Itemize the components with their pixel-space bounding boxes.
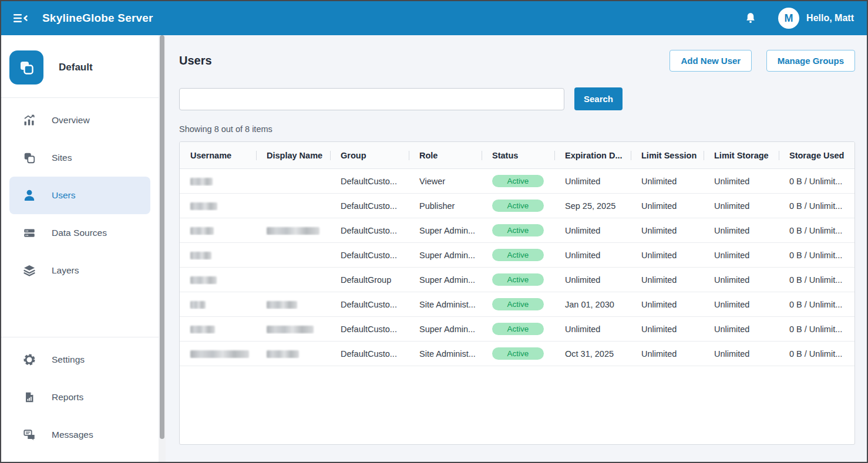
- sidebar-divider: [1, 337, 159, 337]
- users-table: Username Display Name Group Role Status …: [179, 141, 855, 445]
- column-header-group[interactable]: Group: [330, 151, 409, 160]
- sidebar-item-users[interactable]: Users: [9, 177, 150, 214]
- report-icon: [22, 390, 36, 404]
- sidebar-item-label: Layers: [52, 265, 79, 276]
- status-badge: Active: [492, 273, 544, 286]
- cell-limit-session: Unlimited: [631, 251, 704, 260]
- redacted-text: [190, 276, 217, 284]
- status-badge: Active: [492, 224, 544, 236]
- column-header-limit-storage[interactable]: Limit Storage: [704, 151, 779, 160]
- sidebar-item-sites[interactable]: Sites: [9, 139, 150, 177]
- gear-icon: [22, 353, 36, 367]
- sidebar-item-data-sources[interactable]: Data Sources: [9, 214, 150, 252]
- column-header-limit-session[interactable]: Limit Session: [631, 151, 704, 160]
- cell-limit-session: Unlimited: [631, 275, 704, 285]
- cell-group: DefaultCusto...: [330, 251, 409, 260]
- cell-username: [180, 201, 256, 211]
- status-badge: Active: [492, 200, 544, 212]
- bar-chart-icon: [22, 113, 36, 127]
- table-row[interactable]: DefaultCusto...Super Admin...ActiveUnlim…: [180, 218, 854, 243]
- redacted-text: [190, 350, 249, 358]
- status-badge: Active: [492, 249, 544, 261]
- cell-status: Active: [482, 249, 554, 261]
- cell-role: Super Admin...: [409, 226, 482, 235]
- scrollbar-thumb[interactable]: [160, 35, 164, 439]
- app-title: SkylineGlobe Server: [42, 12, 153, 25]
- sidebar: Default Overview: [1, 35, 159, 462]
- redacted-text: [267, 326, 314, 333]
- cell-expiration: Unlimited: [554, 226, 631, 235]
- table-row[interactable]: DefaultCusto...PublisherActiveSep 25, 20…: [180, 194, 854, 218]
- table-row[interactable]: DefaultCusto...Super Admin...ActiveUnlim…: [180, 243, 854, 268]
- cell-expiration: Jan 01, 2030: [554, 300, 631, 309]
- cell-role: Publisher: [409, 201, 482, 211]
- top-bar: SkylineGlobe Server M Hello, Matt: [1, 1, 867, 35]
- table-body: DefaultCusto...ViewerActiveUnlimitedUnli…: [180, 169, 854, 366]
- status-badge: Active: [492, 298, 544, 310]
- cell-storage-used: 0 B / Unlimit...: [779, 275, 854, 285]
- cell-status: Active: [482, 200, 554, 212]
- main-content: Users Add New User Manage Groups Search …: [166, 35, 867, 462]
- sidebar-item-label: Users: [52, 190, 75, 201]
- cell-status: Active: [482, 298, 554, 310]
- search-button[interactable]: Search: [574, 87, 623, 110]
- cell-storage-used: 0 B / Unlimit...: [779, 251, 854, 260]
- sidebar-item-overview[interactable]: Overview: [9, 102, 150, 139]
- cell-expiration: Unlimited: [554, 177, 631, 186]
- column-header-storage-used[interactable]: Storage Used: [779, 151, 854, 160]
- redacted-text: [190, 252, 211, 259]
- chat-icon: [22, 428, 36, 442]
- search-input[interactable]: [179, 88, 564, 110]
- sidebar-item-layers[interactable]: Layers: [9, 252, 150, 289]
- cell-storage-used: 0 B / Unlimit...: [779, 325, 854, 334]
- table-row[interactable]: DefaultGroupSuper Admin...ActiveUnlimite…: [180, 268, 854, 292]
- table-row[interactable]: DefaultCusto...Site Administ...ActiveOct…: [180, 342, 854, 366]
- table-row[interactable]: DefaultCusto...Site Administ...ActiveJan…: [180, 292, 854, 317]
- cell-username: [180, 300, 256, 309]
- manage-groups-button[interactable]: Manage Groups: [766, 50, 855, 72]
- collapse-menu-icon[interactable]: [13, 11, 28, 25]
- workspace-selector[interactable]: Default: [9, 50, 159, 85]
- cell-limit-storage: Unlimited: [704, 226, 779, 235]
- table-row[interactable]: DefaultCusto...Super Admin...ActiveUnlim…: [180, 317, 854, 342]
- cell-expiration: Unlimited: [554, 325, 631, 334]
- add-new-user-button[interactable]: Add New User: [669, 50, 752, 72]
- workspace-name: Default: [59, 62, 93, 73]
- cell-limit-storage: Unlimited: [704, 300, 779, 309]
- notifications-bell-icon[interactable]: [744, 11, 757, 25]
- sidebar-item-settings[interactable]: Settings: [9, 341, 150, 378]
- cell-role: Super Admin...: [409, 325, 482, 334]
- status-badge: Active: [492, 175, 544, 187]
- sidebar-item-reports[interactable]: Reports: [9, 378, 150, 416]
- cell-display-name: [256, 325, 330, 334]
- cell-username: [180, 226, 256, 235]
- sidebar-item-messages[interactable]: Messages: [9, 416, 150, 454]
- cell-group: DefaultCusto...: [330, 300, 409, 309]
- user-greeting[interactable]: Hello, Matt: [806, 13, 854, 23]
- cell-expiration: Sep 25, 2025: [554, 201, 631, 211]
- column-header-display-name[interactable]: Display Name: [256, 151, 330, 160]
- cell-group: DefaultCusto...: [330, 349, 409, 359]
- cell-username: [180, 251, 256, 260]
- cell-limit-storage: Unlimited: [704, 325, 779, 334]
- user-avatar[interactable]: M: [778, 8, 799, 29]
- cell-role: Super Admin...: [409, 275, 482, 285]
- column-header-status[interactable]: Status: [482, 151, 554, 160]
- column-header-role[interactable]: Role: [409, 151, 482, 160]
- cell-limit-storage: Unlimited: [704, 201, 779, 211]
- cell-limit-session: Unlimited: [631, 325, 704, 334]
- cell-group: DefaultCusto...: [330, 177, 409, 186]
- cell-role: Site Administ...: [409, 300, 482, 309]
- cell-username: [180, 275, 256, 285]
- column-header-expiration[interactable]: Expiration D...: [554, 151, 631, 160]
- column-header-username[interactable]: Username: [180, 151, 256, 160]
- cell-limit-storage: Unlimited: [704, 177, 779, 186]
- status-badge: Active: [492, 347, 544, 360]
- results-summary: Showing 8 out of 8 items: [179, 124, 855, 134]
- cell-username: [180, 325, 256, 334]
- cell-limit-storage: Unlimited: [704, 275, 779, 285]
- sidebar-scrollbar: [159, 35, 166, 462]
- cell-status: Active: [482, 224, 554, 236]
- table-row[interactable]: DefaultCusto...ViewerActiveUnlimitedUnli…: [180, 169, 854, 194]
- cell-role: Viewer: [409, 177, 482, 186]
